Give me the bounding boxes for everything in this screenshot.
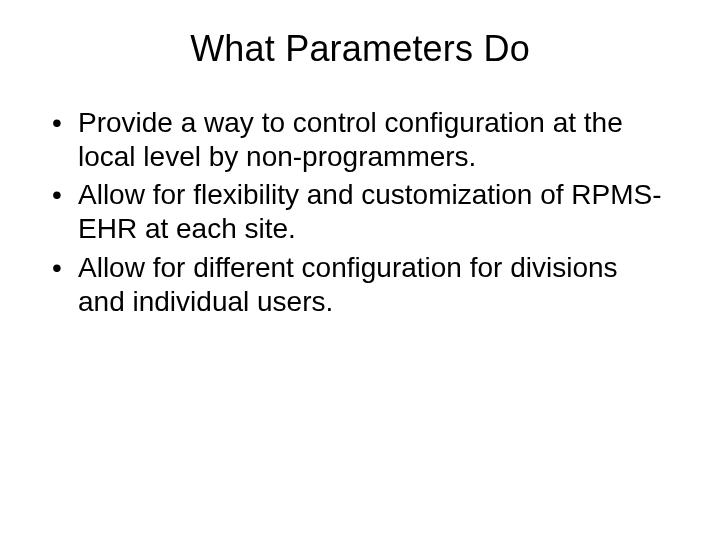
slide-title: What Parameters Do <box>40 28 680 70</box>
list-item: Provide a way to control configuration a… <box>48 106 670 174</box>
list-item: Allow for flexibility and customization … <box>48 178 670 246</box>
bullet-list: Provide a way to control configuration a… <box>40 106 680 319</box>
slide: What Parameters Do Provide a way to cont… <box>0 0 720 540</box>
list-item: Allow for different configuration for di… <box>48 251 670 319</box>
